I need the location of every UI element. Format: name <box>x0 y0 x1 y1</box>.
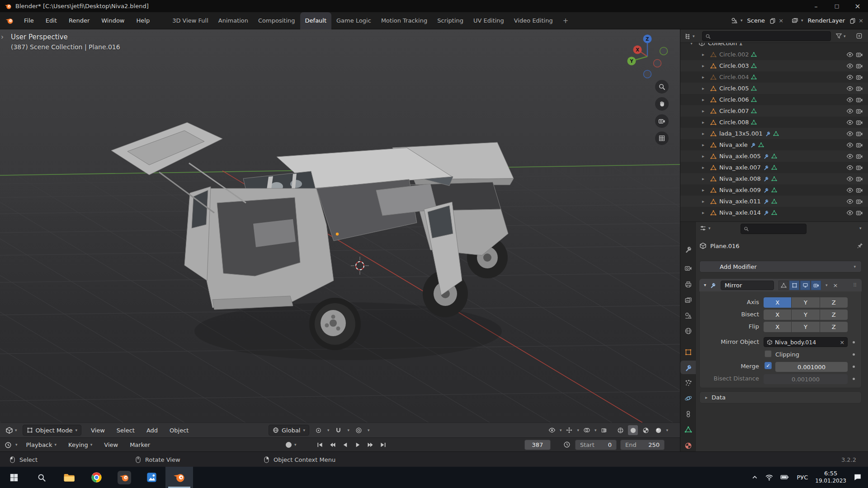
mirror-flip-z-button[interactable]: Z <box>820 322 848 332</box>
disclosure-triangle-icon[interactable]: ▸ <box>702 176 708 181</box>
disclosure-triangle-icon[interactable]: ▸ <box>702 52 708 57</box>
mirror-flip-y-button[interactable]: Y <box>792 322 819 332</box>
disable-in-render-camera-icon[interactable] <box>856 74 863 81</box>
chevron-down-icon[interactable]: ▾ <box>15 428 17 432</box>
hide-in-viewport-eye-icon[interactable] <box>846 175 854 183</box>
hide-in-viewport-eye-icon[interactable] <box>846 85 854 92</box>
mirror-bisect-z-button[interactable]: Z <box>820 310 848 320</box>
outliner-row[interactable]: ▸Niva_axle.009 <box>680 184 868 196</box>
disable-in-render-camera-icon[interactable] <box>856 153 863 160</box>
menu-window[interactable]: Window <box>95 17 130 24</box>
outliner-search-input[interactable] <box>713 33 828 39</box>
outliner-row[interactable]: ▸Circle.007 <box>680 105 868 117</box>
filter-funnel-icon[interactable] <box>835 33 842 39</box>
disable-in-render-camera-icon[interactable] <box>856 175 863 183</box>
outliner-row[interactable]: ▸Circle.004 <box>680 71 868 83</box>
disable-in-render-camera-icon[interactable] <box>856 51 863 58</box>
hide-in-viewport-eye-icon[interactable] <box>846 51 854 58</box>
pin-icon[interactable] <box>857 242 863 249</box>
proportional-edit-toggle[interactable] <box>354 425 363 435</box>
mirror-object-field[interactable]: Niva_body.014 × <box>764 337 848 347</box>
outliner-row[interactable]: ▸Circle.006 <box>680 94 868 105</box>
editor-type-icon[interactable] <box>684 33 691 40</box>
properties-search-box[interactable] <box>741 224 807 234</box>
workspace-tab-uv-editing[interactable]: UV Editing <box>468 12 509 29</box>
use-preview-range-icon[interactable] <box>563 441 571 448</box>
decorator-dot[interactable] <box>853 378 855 380</box>
workspace-tab-animation[interactable]: Animation <box>213 12 253 29</box>
properties-tab-material[interactable] <box>680 439 696 451</box>
workspace-tab-3d-view-full[interactable]: 3D View Full <box>167 12 213 29</box>
play-reverse-button[interactable] <box>339 440 351 450</box>
modifier-name-field[interactable]: Mirror <box>721 281 774 290</box>
disclosure-triangle-icon[interactable]: ▸ <box>702 188 708 192</box>
chevron-down-icon[interactable]: ▾ <box>708 226 711 230</box>
xray-toggle[interactable] <box>599 425 609 435</box>
outliner-search-box[interactable] <box>702 31 831 41</box>
disclosure-triangle-icon[interactable]: ▸ <box>702 108 708 113</box>
workspace-tab-scripting[interactable]: Scripting <box>432 12 468 29</box>
merge-checkbox[interactable]: ✓ <box>764 362 772 369</box>
view-layer-name[interactable]: RenderLayer <box>808 17 845 24</box>
outliner-row[interactable]: ▸Niva_axle <box>680 139 868 150</box>
disclosure-triangle-icon[interactable]: ▸ <box>702 165 708 170</box>
new-view-layer-icon[interactable] <box>849 18 856 24</box>
taskbar-search-button[interactable] <box>28 467 55 488</box>
hide-in-viewport-eye-icon[interactable] <box>846 164 854 171</box>
delete-modifier-button[interactable]: × <box>833 282 838 289</box>
workspace-tab-video-editing[interactable]: Video Editing <box>509 12 558 29</box>
disclosure-triangle-icon[interactable]: ▸ <box>702 131 708 136</box>
mirror-axis-z-button[interactable]: Z <box>820 297 848 308</box>
outliner-row[interactable]: ▸Niva_axle.007 <box>680 162 868 173</box>
outliner-row[interactable]: ▸Niva_axle.008 <box>680 173 868 184</box>
disclosure-triangle-icon[interactable]: ▸ <box>702 120 708 125</box>
taskbar-app-explorer[interactable] <box>55 467 83 488</box>
disclosure-triangle-icon[interactable]: ▾ <box>690 43 696 46</box>
viewport-menu-view[interactable]: View <box>89 427 107 434</box>
previous-keyframe-button[interactable] <box>326 440 338 450</box>
new-scene-icon[interactable] <box>769 18 776 24</box>
panel-expand-icon[interactable]: ▾ <box>704 283 706 287</box>
outliner-collection-row[interactable]: ▾Collection 1 <box>680 43 868 49</box>
decorator-dot[interactable] <box>853 341 855 343</box>
editor-type-icon[interactable] <box>5 441 12 449</box>
data-subpanel-header[interactable]: ▸ Data <box>699 391 862 404</box>
mirror-bisect-x-button[interactable]: X <box>764 310 791 320</box>
disable-in-render-camera-icon[interactable] <box>856 108 863 115</box>
chevron-down-icon[interactable]: ▾ <box>560 428 562 432</box>
shading-wireframe-button[interactable] <box>615 425 625 435</box>
pivot-point-dropdown[interactable] <box>313 425 323 435</box>
close-button[interactable]: × <box>847 0 868 12</box>
outliner-row[interactable]: ▸lada_13x5.001 <box>680 128 868 139</box>
disable-in-render-camera-icon[interactable] <box>856 164 863 171</box>
options-chevron-icon[interactable]: ▾ <box>859 226 862 230</box>
timeline-menu-keying[interactable]: Keying▾ <box>66 441 94 448</box>
hide-in-viewport-eye-icon[interactable] <box>846 153 854 160</box>
frame-start-field[interactable]: Start 0 <box>575 440 617 450</box>
timeline-menu-playback[interactable]: Playback▾ <box>24 441 59 448</box>
properties-tab-object[interactable] <box>680 345 696 359</box>
disable-in-render-camera-icon[interactable] <box>856 209 863 216</box>
disclosure-triangle-icon[interactable]: ▸ <box>702 97 708 102</box>
jump-to-end-button[interactable] <box>377 440 389 450</box>
hide-in-viewport-eye-icon[interactable] <box>846 119 854 126</box>
menu-help[interactable]: Help <box>131 17 156 24</box>
chevron-down-icon[interactable]: ▾ <box>294 443 297 447</box>
disable-in-render-camera-icon[interactable] <box>856 187 863 194</box>
shading-solid-button[interactable] <box>628 425 638 435</box>
properties-tab-physics[interactable] <box>680 391 696 405</box>
viewport-menu-select[interactable]: Select <box>114 427 137 434</box>
disable-in-render-camera-icon[interactable] <box>856 198 863 205</box>
outliner-row[interactable]: ▸Circle.008 <box>680 117 868 128</box>
properties-search-input[interactable] <box>751 226 803 232</box>
clear-object-icon[interactable]: × <box>840 339 844 346</box>
outliner-row[interactable]: ▸Niva_axle.011 <box>680 196 868 207</box>
pan-hand-button[interactable] <box>655 97 669 111</box>
car-model[interactable] <box>111 122 514 360</box>
outliner-row[interactable]: ▸Circle.005 <box>680 83 868 94</box>
show-on-cage-toggle[interactable] <box>778 281 788 290</box>
mode-dropdown[interactable]: Object Mode ▾ <box>23 425 81 436</box>
chevron-down-icon[interactable]: ▾ <box>801 19 803 23</box>
hide-in-viewport-eye-icon[interactable] <box>846 62 854 70</box>
timeline-menu-view[interactable]: View <box>102 441 120 448</box>
